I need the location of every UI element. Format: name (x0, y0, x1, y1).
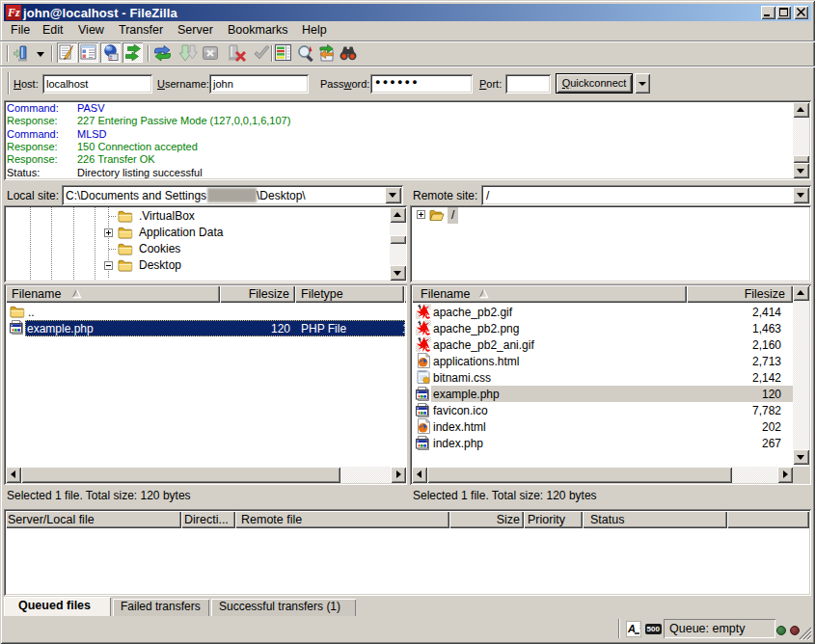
svg-text:Fz: Fz (7, 6, 20, 19)
